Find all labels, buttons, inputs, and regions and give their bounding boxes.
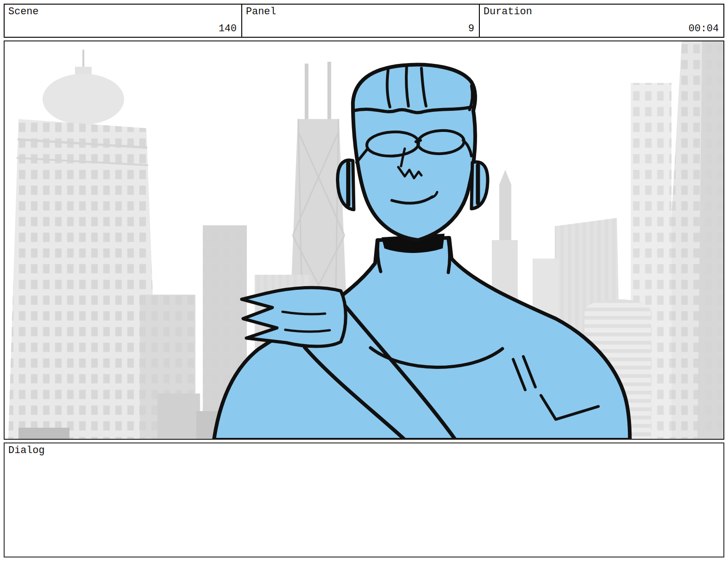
scene-field: Scene 140: [5, 5, 241, 37]
panel-value[interactable]: 9: [468, 23, 474, 35]
dialog-field[interactable]: Dialog: [4, 442, 724, 557]
storyboard-panel: [4, 40, 724, 440]
duration-label: Duration: [483, 6, 532, 18]
panel-field: Panel 9: [241, 5, 479, 37]
storyboard-sheet: Scene 140 Panel 9 Duration 00:04: [4, 4, 724, 557]
dialog-label: Dialog: [8, 445, 45, 456]
panel-label: Panel: [246, 6, 276, 18]
duration-field: Duration 00:04: [479, 5, 723, 37]
duration-value[interactable]: 00:04: [688, 23, 719, 35]
header-row: Scene 140 Panel 9 Duration 00:04: [4, 4, 724, 38]
storyboard-panel-drawing: [5, 41, 723, 439]
scene-value[interactable]: 140: [218, 23, 237, 35]
scene-label: Scene: [8, 6, 39, 18]
